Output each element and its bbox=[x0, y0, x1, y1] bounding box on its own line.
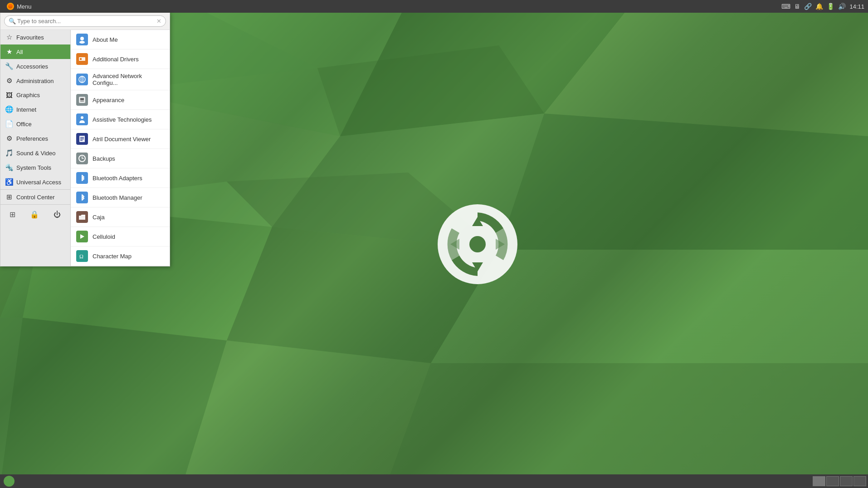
app-character-map-label: Character Map bbox=[93, 253, 132, 260]
app-caja[interactable]: Caja bbox=[71, 207, 170, 227]
menu-label: Menu bbox=[17, 3, 32, 10]
sound-video-icon: 🎵 bbox=[5, 149, 13, 157]
logout-button[interactable]: ⏻ bbox=[50, 209, 64, 221]
preferences-icon: ⚙ bbox=[5, 134, 13, 143]
app-celluloid[interactable]: Celluloid bbox=[71, 227, 170, 246]
taskbar-app[interactable] bbox=[4, 476, 15, 487]
workspace-2[interactable] bbox=[826, 476, 839, 486]
category-internet-label: Internet bbox=[16, 106, 36, 113]
category-favourites-label: Favourites bbox=[16, 34, 44, 41]
category-office[interactable]: 📄 Office bbox=[0, 117, 70, 131]
atril-icon bbox=[76, 133, 88, 145]
menu-button[interactable]: Menu bbox=[4, 1, 34, 12]
svg-marker-15 bbox=[385, 363, 868, 488]
bluetooth-adapters-icon bbox=[76, 172, 88, 184]
app-additional-drivers[interactable]: Additional Drivers bbox=[71, 49, 170, 69]
category-graphics[interactable]: 🖼 Graphics bbox=[0, 88, 70, 102]
app-caja-label: Caja bbox=[93, 214, 105, 221]
category-universal-access-label: Universal Access bbox=[16, 179, 61, 186]
svg-rect-37 bbox=[80, 101, 84, 102]
category-internet[interactable]: 🌐 Internet bbox=[0, 102, 70, 117]
category-accessories-label: Accessories bbox=[16, 63, 48, 70]
panel-icon-key: ⌨ bbox=[781, 3, 790, 10]
category-universal-access[interactable]: ♿ Universal Access bbox=[0, 175, 70, 189]
app-character-map[interactable]: Ω Character Map bbox=[71, 246, 170, 266]
administration-icon: ⚙ bbox=[5, 77, 13, 85]
category-panel: ☆ Favourites ★ All 🔧 Accessories ⚙ Admin… bbox=[0, 30, 71, 266]
caja-icon bbox=[76, 211, 88, 223]
app-advanced-network[interactable]: Advanced Network Configu... bbox=[71, 69, 170, 90]
app-about-me[interactable]: About Me bbox=[71, 30, 170, 49]
app-menu: 🔍 ✕ ☆ Favourites ★ All 🔧 Accessories ⚙ bbox=[0, 13, 170, 266]
panel-icon-network: 🔗 bbox=[804, 3, 812, 10]
svg-text:Ω: Ω bbox=[79, 253, 83, 260]
category-all[interactable]: ★ All bbox=[0, 44, 70, 59]
menu-body: ☆ Favourites ★ All 🔧 Accessories ⚙ Admin… bbox=[0, 30, 170, 266]
workspace-4[interactable] bbox=[853, 476, 866, 486]
backups-icon bbox=[76, 153, 88, 164]
category-sound-video-label: Sound & Video bbox=[16, 150, 56, 157]
category-preferences-label: Preferences bbox=[16, 135, 48, 142]
app-bluetooth-adapters-label: Bluetooth Adapters bbox=[93, 175, 142, 182]
app-bluetooth-adapters[interactable]: Bluetooth Adapters bbox=[71, 168, 170, 188]
character-map-icon: Ω bbox=[76, 250, 88, 262]
category-system-tools-label: System Tools bbox=[16, 164, 51, 171]
search-input-wrap: 🔍 ✕ bbox=[4, 15, 166, 27]
all-icon: ★ bbox=[5, 48, 13, 56]
app-atril[interactable]: Atril Document Viewer bbox=[71, 129, 170, 149]
app-appearance[interactable]: Appearance bbox=[71, 90, 170, 110]
panel-icon-screen: 🖥 bbox=[794, 3, 800, 10]
office-icon: 📄 bbox=[5, 120, 13, 128]
app-backups-label: Backups bbox=[93, 155, 115, 162]
search-box: 🔍 ✕ bbox=[0, 13, 170, 30]
panel-icon-battery: 🔋 bbox=[827, 3, 834, 10]
app-additional-drivers-label: Additional Drivers bbox=[93, 56, 139, 63]
new-window-button[interactable]: ⊞ bbox=[6, 208, 19, 221]
firefox-icon bbox=[6, 2, 15, 10]
lock-screen-button[interactable]: 🔒 bbox=[26, 208, 43, 221]
universal-access-icon: ♿ bbox=[5, 178, 13, 186]
panel-right: ⌨ 🖥 🔗 🔔 🔋 🔊 14:11 bbox=[781, 3, 864, 10]
category-accessories[interactable]: 🔧 Accessories bbox=[0, 59, 70, 74]
category-administration[interactable]: ⚙ Administration bbox=[0, 74, 70, 88]
app-atril-label: Atril Document Viewer bbox=[93, 136, 151, 143]
app-bluetooth-manager[interactable]: Bluetooth Manager bbox=[71, 188, 170, 207]
favourites-icon: ☆ bbox=[5, 33, 13, 41]
control-center-icon: ⊞ bbox=[5, 193, 13, 201]
category-sound-video[interactable]: 🎵 Sound & Video bbox=[0, 146, 70, 160]
app-backups[interactable]: Backups bbox=[71, 149, 170, 168]
panel-icon-volume: 🔊 bbox=[838, 3, 846, 10]
app-celluloid-label: Celluloid bbox=[93, 233, 115, 240]
app-assistive-tech[interactable]: Assistive Technologies bbox=[71, 110, 170, 129]
ubuntu-mate-logo bbox=[437, 203, 518, 285]
menu-footer: ⊞ 🔒 ⏻ bbox=[0, 204, 70, 224]
top-panel: Menu ⌨ 🖥 🔗 🔔 🔋 🔊 14:11 bbox=[0, 0, 868, 13]
about-me-icon bbox=[76, 34, 88, 45]
svg-marker-7 bbox=[499, 113, 868, 250]
panel-left: Menu bbox=[4, 1, 34, 12]
svg-point-21 bbox=[469, 236, 486, 252]
app-appearance-label: Appearance bbox=[93, 97, 124, 104]
category-office-label: Office bbox=[16, 121, 32, 128]
search-input[interactable] bbox=[4, 15, 166, 27]
clock: 14:11 bbox=[849, 3, 864, 10]
appearance-icon bbox=[76, 94, 88, 106]
logout-icon: ⏻ bbox=[54, 211, 61, 219]
category-system-tools[interactable]: 🔩 System Tools bbox=[0, 160, 70, 175]
search-clear-icon[interactable]: ✕ bbox=[156, 18, 161, 25]
category-preferences[interactable]: ⚙ Preferences bbox=[0, 131, 70, 146]
app-assistive-tech-label: Assistive Technologies bbox=[93, 116, 152, 123]
workspace-3[interactable] bbox=[840, 476, 853, 486]
workspace-1[interactable] bbox=[813, 476, 825, 486]
celluloid-icon bbox=[76, 231, 88, 242]
category-favourites[interactable]: ☆ Favourites bbox=[0, 30, 70, 44]
assistive-tech-icon bbox=[76, 113, 88, 125]
panel-icon-bell: 🔔 bbox=[815, 3, 823, 10]
control-center-label: Control Center bbox=[16, 194, 55, 201]
workspace-switcher bbox=[813, 476, 866, 486]
app-advanced-network-label: Advanced Network Configu... bbox=[93, 73, 164, 86]
category-control-center[interactable]: ⊞ Control Center bbox=[0, 189, 70, 204]
advanced-network-icon bbox=[76, 74, 88, 85]
additional-drivers-icon bbox=[76, 53, 88, 65]
category-graphics-label: Graphics bbox=[16, 92, 40, 99]
